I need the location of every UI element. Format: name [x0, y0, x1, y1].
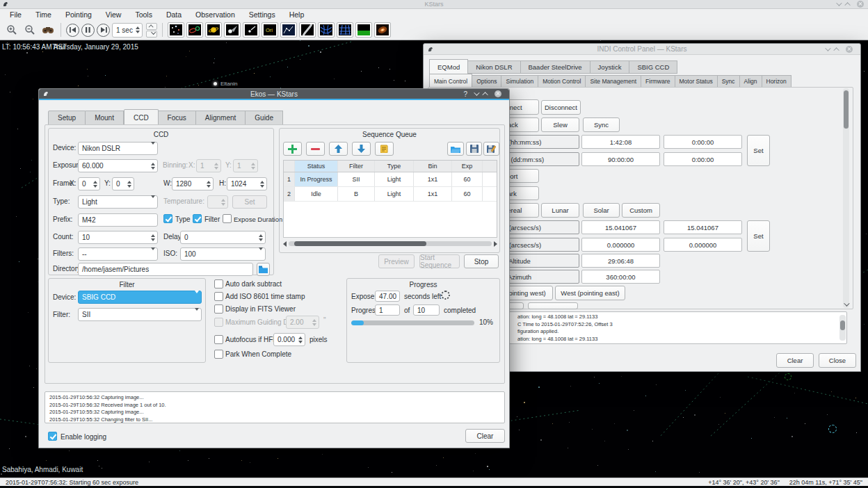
tab-sync[interactable]: Sync	[718, 75, 740, 88]
scrollbar-thumb[interactable]	[294, 241, 426, 246]
add-job-button[interactable]	[283, 142, 302, 156]
filter-combo[interactable]: SII	[78, 308, 202, 321]
header-exp[interactable]: Exp	[452, 161, 483, 172]
maximize-icon[interactable]	[844, 2, 850, 8]
azimuth-field[interactable]: 360:00:00	[581, 270, 660, 284]
header-bin[interactable]: Bin	[414, 161, 452, 172]
indi-scrollbar[interactable]	[843, 88, 849, 308]
filter-checkbox-label[interactable]: Filter	[204, 215, 220, 223]
toggle-constellation-names-button[interactable]: Ori	[262, 22, 278, 38]
menu-data[interactable]: Data	[159, 10, 188, 19]
time-step-spinbox[interactable]: 1 sec	[112, 23, 143, 38]
disconnect-button[interactable]: Disconnect	[541, 100, 581, 115]
spin-down-icon[interactable]	[127, 185, 131, 188]
menu-pointing[interactable]: Pointing	[58, 10, 99, 19]
enable-logging-label[interactable]: Enable logging	[61, 433, 106, 441]
toggle-horizontal-grid-button[interactable]	[337, 22, 353, 38]
spin-up-icon[interactable]	[151, 234, 155, 237]
spin-down-icon[interactable]	[136, 31, 140, 33]
ekos-titlebar[interactable]: Ekos — KStars ?	[39, 89, 509, 100]
toggle-constellation-lines-button[interactable]	[280, 22, 297, 38]
iso8601-label[interactable]: Add ISO 8601 time stamp	[225, 293, 305, 300]
ra-rate-field[interactable]: 15.041067	[581, 220, 660, 234]
device-tab-baader-steeldrive[interactable]: Baader SteelDrive	[521, 60, 590, 74]
ra-target-field[interactable]: 0:00:00	[664, 135, 742, 149]
de-rate-target-field[interactable]: 0.000000	[664, 238, 742, 252]
sequence-horizontal-scrollbar[interactable]	[283, 241, 497, 247]
maximize-icon[interactable]	[482, 92, 488, 97]
time-forward-button[interactable]	[97, 24, 110, 37]
frame-h-spinbox[interactable]: 1024	[227, 177, 267, 190]
toggle-milky-way-button[interactable]	[299, 22, 316, 38]
tab-guide[interactable]: Guide	[246, 111, 283, 125]
scrollbar-thumb[interactable]	[840, 320, 845, 330]
row-number[interactable]: 1	[284, 172, 295, 186]
toggle-asteroids-button[interactable]	[243, 22, 259, 38]
header-row-number[interactable]	[284, 161, 295, 172]
move-job-down-button[interactable]	[352, 142, 371, 156]
frame-type-combo[interactable]: Light	[78, 195, 158, 209]
main-titlebar[interactable]: KStars	[0, 0, 868, 9]
lunar-button[interactable]: Lunar	[541, 203, 579, 218]
spin-down-icon[interactable]	[259, 238, 263, 241]
park-when-complete-checkbox[interactable]	[214, 350, 223, 359]
frame-x-spinbox[interactable]: 0	[78, 177, 100, 190]
cell-filter[interactable]: B	[338, 187, 375, 201]
save-sequence-button[interactable]	[466, 142, 482, 156]
partial-button[interactable]	[528, 302, 578, 309]
save-sequence-as-button[interactable]	[483, 142, 499, 156]
custom-button[interactable]: Custom	[622, 203, 660, 218]
tab-mount[interactable]: Mount	[86, 111, 124, 125]
minimize-icon[interactable]	[825, 45, 830, 51]
indi-clear-button[interactable]: Clear	[776, 353, 814, 368]
sync-button[interactable]: Sync	[583, 117, 620, 132]
cell-bin[interactable]: 1x1	[414, 187, 452, 201]
menu-file[interactable]: File	[3, 10, 29, 19]
expose-duration-checkbox[interactable]	[223, 214, 232, 223]
auto-dark-subtract-label[interactable]: Auto dark subtract	[225, 280, 282, 288]
menu-tools[interactable]: Tools	[128, 10, 159, 19]
autofocus-hfr-spinbox[interactable]: 0.000	[273, 333, 305, 346]
spin-down-icon[interactable]	[93, 185, 97, 188]
spin-up-icon[interactable]	[298, 336, 303, 339]
count-spinbox[interactable]: 10	[78, 231, 158, 244]
spin-down-icon[interactable]	[151, 167, 155, 170]
prefix-field[interactable]: M42	[78, 213, 158, 227]
device-tab-joystick[interactable]: Joystick	[590, 60, 630, 74]
ra-rate-target-field[interactable]: 15.041067	[664, 220, 742, 234]
pause-clock-button[interactable]	[81, 24, 95, 37]
altitude-field[interactable]: 29:06:48	[581, 254, 660, 268]
maximize-icon[interactable]	[833, 47, 839, 53]
type-checkbox-label[interactable]: Type	[175, 215, 191, 223]
menu-time[interactable]: Time	[29, 10, 58, 19]
zoom-in-button[interactable]	[3, 22, 19, 38]
slew-button[interactable]: Slew	[541, 117, 579, 132]
ekos-clear-button[interactable]: Clear	[465, 429, 505, 443]
type-checkbox[interactable]	[163, 214, 172, 223]
de-rate-field[interactable]: 0.000000	[581, 238, 660, 252]
dec-value-field[interactable]: 90:00:00	[581, 152, 660, 166]
device-tab-sbig-ccd[interactable]: SBIG CCD	[629, 60, 677, 74]
tab-focus[interactable]: Focus	[159, 111, 196, 125]
tab-options[interactable]: Options	[472, 75, 501, 88]
tab-align[interactable]: Align	[740, 75, 762, 88]
tab-horizon[interactable]: Horizon	[762, 75, 791, 88]
device-tab-eqmod[interactable]: EQMod	[429, 59, 468, 74]
filter-checkbox[interactable]	[193, 214, 202, 223]
toggle-horizon-button[interactable]	[355, 22, 372, 38]
table-row[interactable]: 2 Idle B Light 1x1 60	[284, 187, 497, 202]
menu-help[interactable]: Help	[282, 10, 312, 19]
filters-combo[interactable]: --	[78, 247, 158, 261]
toggle-equatorial-grid-button[interactable]	[318, 22, 335, 38]
cell-extra[interactable]	[483, 172, 497, 186]
close-icon[interactable]	[857, 1, 864, 8]
scroll-left-icon[interactable]	[283, 241, 287, 247]
exposure-spinbox[interactable]: 60.000	[78, 159, 158, 172]
scroll-right-icon[interactable]	[494, 241, 497, 247]
frame-y-spinbox[interactable]: 0	[112, 177, 134, 190]
zoom-out-button[interactable]	[22, 22, 38, 38]
fits-viewer-checkbox[interactable]	[214, 304, 223, 314]
header-type[interactable]: Type	[375, 161, 414, 172]
cell-exp[interactable]: 60	[452, 187, 483, 201]
rate-set-button[interactable]: Set	[747, 220, 770, 252]
